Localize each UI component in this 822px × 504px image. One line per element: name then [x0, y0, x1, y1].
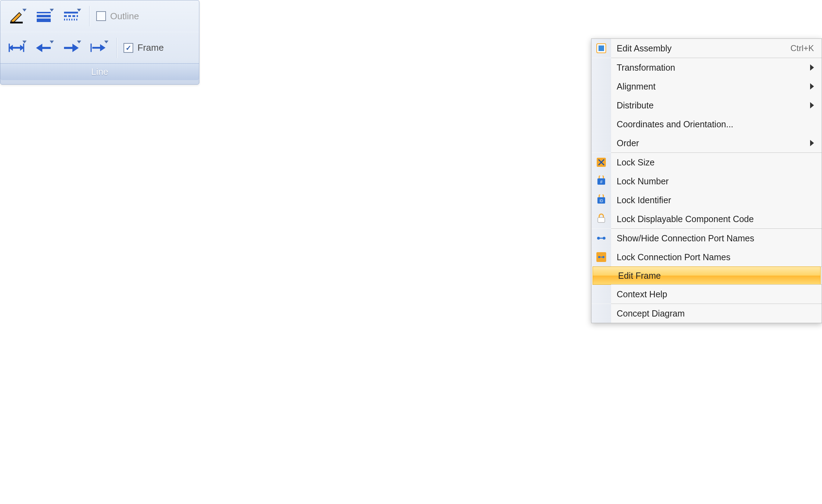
check-valve-pair — [362, 156, 430, 241]
lock-ports-icon — [596, 251, 607, 263]
menu-distribute[interactable]: Distribute — [591, 96, 822, 115]
svg-point-28 — [603, 237, 605, 240]
svg-text:#: # — [600, 179, 603, 184]
svg-rect-20 — [598, 45, 604, 51]
svg-marker-79 — [135, 287, 143, 294]
context-menu: Edit Assembly Ctrl+K Transformation Alig… — [591, 38, 822, 323]
chevron-down-icon — [50, 41, 54, 43]
menu-lock-size[interactable]: Lock Size — [591, 153, 822, 172]
ribbon-panel-title: Line — [0, 63, 199, 80]
ports-icon — [596, 233, 607, 244]
svg-marker-18 — [100, 44, 105, 51]
svg-marker-89 — [433, 385, 441, 390]
arrow-right-button[interactable] — [58, 37, 84, 58]
lock-code-icon — [596, 213, 607, 225]
line-style-button[interactable] — [31, 6, 56, 27]
ribbon-line-panel: Outline — [0, 0, 199, 85]
frame-checkbox[interactable] — [123, 43, 133, 53]
svg-point-70 — [409, 208, 411, 211]
pressure-relief-valve — [110, 245, 208, 343]
frame-label: Frame — [137, 42, 164, 53]
chevron-down-icon — [104, 41, 108, 43]
svg-rect-75 — [110, 245, 208, 343]
menu-concept-diagram[interactable]: Concept Diagram — [591, 304, 822, 323]
chevron-down-icon — [22, 41, 27, 43]
svg-marker-98 — [539, 348, 553, 360]
svg-rect-36 — [285, 75, 324, 84]
menu-order[interactable]: Order — [591, 134, 822, 152]
menu-edit-frame[interactable]: Edit Frame — [593, 267, 821, 285]
directional-valve-symbol — [285, 48, 591, 196]
menu-lock-component-code[interactable]: Lock Displayable Component Code — [591, 210, 822, 228]
submenu-arrow-icon — [810, 140, 814, 146]
submenu-arrow-icon — [810, 64, 814, 71]
ribbon-divider — [89, 6, 91, 26]
menu-transformation[interactable]: Transformation — [591, 58, 822, 77]
assembly-outline — [385, 329, 759, 467]
svg-point-95 — [512, 346, 579, 413]
menu-edit-assembly[interactable]: Edit Assembly Ctrl+K — [591, 39, 822, 58]
chevron-down-icon — [50, 9, 54, 12]
ribbon-row-1: Outline — [0, 0, 199, 32]
line-dash-button[interactable] — [58, 6, 84, 27]
svg-point-65 — [373, 199, 383, 208]
menu-lock-identifier[interactable]: ID Lock Identifier — [591, 191, 822, 210]
lock-size-icon — [596, 157, 607, 168]
svg-point-32 — [602, 256, 604, 258]
outline-checkbox[interactable] — [96, 11, 106, 21]
schematic-lines-right — [378, 372, 791, 428]
svg-point-34 — [291, 48, 304, 61]
arrow-left-button[interactable] — [31, 37, 56, 58]
submenu-arrow-icon — [810, 83, 814, 90]
chevron-down-icon — [77, 41, 81, 43]
schematic-lines-left — [24, 292, 378, 428]
svg-point-68 — [401, 199, 411, 208]
svg-marker-44 — [374, 89, 381, 98]
outline-label: Outline — [110, 11, 139, 22]
svg-marker-13 — [36, 44, 42, 52]
submenu-arrow-icon — [810, 102, 814, 108]
svg-point-87 — [423, 357, 469, 402]
svg-marker-15 — [72, 44, 79, 52]
svg-rect-63 — [362, 156, 430, 241]
svg-rect-0 — [10, 22, 23, 23]
svg-rect-77 — [131, 273, 177, 310]
assembly-icon — [596, 43, 607, 54]
outline-checkbox-wrap[interactable]: Outline — [96, 11, 139, 22]
svg-marker-88 — [451, 369, 459, 374]
lock-number-icon: # — [596, 176, 607, 187]
menu-lock-port-names[interactable]: Lock Connection Port Names — [591, 248, 822, 267]
svg-text:ID: ID — [600, 199, 603, 203]
lock-id-icon: ID — [596, 194, 607, 206]
menu-lock-number[interactable]: # Lock Number — [591, 172, 822, 191]
menu-context-help[interactable]: Context Help — [591, 285, 822, 304]
svg-point-107 — [663, 387, 673, 397]
svg-marker-81 — [133, 335, 142, 342]
frame-checkbox-wrap[interactable]: Frame — [123, 42, 164, 53]
line-color-button[interactable] — [4, 6, 29, 27]
svg-rect-37 — [285, 89, 491, 129]
arrow-both-button[interactable] — [4, 37, 29, 58]
shortcut-label: Ctrl+K — [791, 43, 814, 53]
menu-coordinates-orientation[interactable]: Coordinates and Orientation... — [591, 115, 822, 134]
svg-marker-99 — [539, 399, 553, 411]
svg-point-27 — [597, 237, 600, 240]
svg-marker-97 — [574, 343, 584, 353]
ribbon-divider — [116, 38, 118, 58]
menu-alignment[interactable]: Alignment — [591, 77, 822, 96]
svg-rect-76 — [161, 252, 199, 280]
svg-rect-26 — [598, 218, 605, 222]
chevron-down-icon — [22, 9, 27, 12]
svg-point-31 — [598, 256, 600, 258]
ribbon-row-2: Frame — [0, 32, 199, 63]
menu-show-hide-port-names[interactable]: Show/Hide Connection Port Names — [591, 229, 822, 248]
svg-marker-42 — [343, 89, 350, 98]
arrow-right-bar-button[interactable] — [86, 37, 111, 58]
svg-line-96 — [511, 346, 581, 413]
chevron-down-icon — [77, 9, 81, 12]
